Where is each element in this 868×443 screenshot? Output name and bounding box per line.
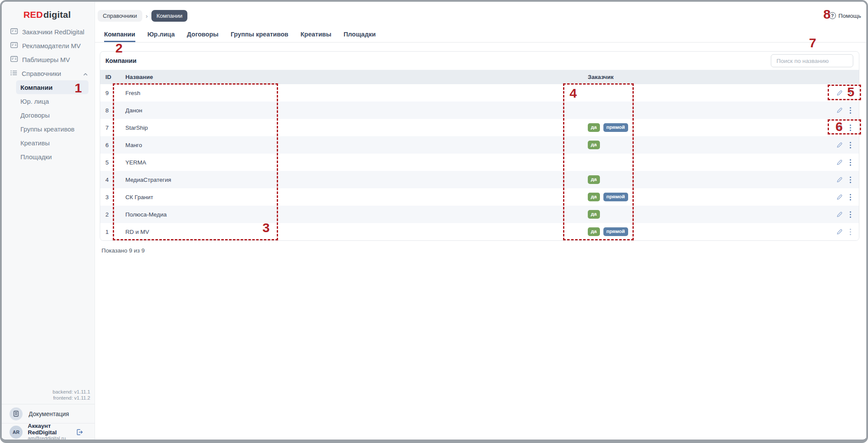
rows-shown-counter: Показано 9 из 9 xyxy=(102,247,144,254)
sidebar-item-kreativy[interactable]: Креативы xyxy=(2,136,95,150)
edit-icon[interactable] xyxy=(836,211,843,218)
row-name: МедиаСтратегия xyxy=(125,177,588,183)
help-label: Помощь xyxy=(839,13,861,19)
tab-gruppy-kreativov[interactable]: Группы креативов xyxy=(231,28,288,42)
row-name: YERMA xyxy=(125,159,588,166)
account-row[interactable]: AR Аккаунт RedDigital am@reddigital.ru xyxy=(2,423,95,440)
row-customer-badges: да xyxy=(588,141,836,149)
row-actions xyxy=(836,228,859,236)
tab-yur-lica[interactable]: Юр.лица xyxy=(147,28,175,42)
table-row: 4МедиаСтратегияда xyxy=(100,171,859,188)
tab-ploshchadki[interactable]: Площадки xyxy=(344,28,376,42)
row-menu-icon[interactable] xyxy=(849,211,852,218)
sidebar-item-label: Договоры xyxy=(20,112,49,119)
sidebar-item-kompanii[interactable]: Компании xyxy=(16,80,88,94)
edit-icon[interactable] xyxy=(836,124,843,131)
tab-label: Договоры xyxy=(187,31,219,38)
logo: REDdigital xyxy=(23,10,71,20)
row-actions xyxy=(836,89,859,97)
card-icon xyxy=(10,42,18,49)
column-header-customer: Заказчик xyxy=(588,74,859,80)
row-id: 3 xyxy=(100,194,125,200)
row-actions xyxy=(836,107,859,114)
row-menu-icon[interactable] xyxy=(849,141,852,149)
sidebar-item-label: Креативы xyxy=(20,139,49,147)
sidebar-item-zakazchiki[interactable]: Заказчики RedDigital xyxy=(2,25,95,39)
badge-direct: прямой xyxy=(603,227,628,236)
help-icon xyxy=(829,12,836,19)
tab-label: Площадки xyxy=(344,31,376,38)
table-row: 5YERMA xyxy=(100,154,859,171)
sidebar-item-reklamodateli[interactable]: Рекламодатели MV xyxy=(2,39,95,53)
sidebar-nav: Заказчики RedDigital Рекламодатели MV Па… xyxy=(2,25,95,164)
row-actions xyxy=(836,124,859,131)
sidebar-item-label: Паблишеры MV xyxy=(22,56,70,63)
account-email: am@reddigital.ru xyxy=(28,436,71,441)
sidebar-item-label: Компании xyxy=(20,84,52,91)
topbar: Справочники Компании Помощь xyxy=(98,10,861,22)
edit-icon[interactable] xyxy=(836,141,843,148)
table-row: 9Fresh xyxy=(100,84,859,102)
sidebar-item-label: Юр. лица xyxy=(20,98,49,105)
sidebar-item-gruppy-kreativov[interactable]: Группы креативов xyxy=(2,122,95,136)
sidebar-item-spravochniki[interactable]: Справочники xyxy=(2,66,95,80)
row-customer-badges: дапрямой xyxy=(588,123,836,132)
sidebar-item-label: Площадки xyxy=(20,153,52,161)
tab-label: Юр.лица xyxy=(147,31,175,38)
row-menu-icon[interactable] xyxy=(849,89,852,97)
row-name: Fresh xyxy=(125,90,588,96)
row-menu-icon[interactable] xyxy=(849,124,852,131)
card-title: Компании xyxy=(105,57,137,64)
search-input[interactable] xyxy=(771,54,853,67)
chevron-up-icon xyxy=(83,70,88,77)
card-header: Компании xyxy=(100,52,859,70)
row-actions xyxy=(836,211,859,218)
row-customer-badges: да xyxy=(588,210,836,219)
row-id: 6 xyxy=(100,142,125,148)
edit-icon[interactable] xyxy=(836,228,843,235)
sidebar-item-yur-lica[interactable]: Юр. лица xyxy=(2,94,95,108)
edit-icon[interactable] xyxy=(836,89,843,96)
tab-dogovory[interactable]: Договоры xyxy=(187,28,219,42)
sidebar-item-label: Рекламодатели MV xyxy=(22,42,81,49)
sidebar-item-label: Группы креативов xyxy=(20,125,75,133)
row-menu-icon[interactable] xyxy=(849,194,852,201)
table-header: ID Название Заказчик xyxy=(100,70,859,84)
breadcrumb-spravochniki[interactable]: Справочники xyxy=(98,10,142,22)
row-menu-icon[interactable] xyxy=(849,228,852,236)
edit-icon[interactable] xyxy=(836,107,843,114)
sidebar-item-ploshchadki[interactable]: Площадки xyxy=(2,150,95,164)
row-menu-icon[interactable] xyxy=(849,107,852,114)
row-menu-icon[interactable] xyxy=(849,159,852,166)
row-customer-badges: да xyxy=(588,175,836,184)
logout-icon[interactable] xyxy=(76,429,83,436)
table-row: 6Мангода xyxy=(100,136,859,154)
companies-card: Компании ID Название Заказчик 9Fresh8Дан… xyxy=(100,51,859,241)
documentation-label: Документация xyxy=(29,410,69,417)
avatar: AR xyxy=(10,426,23,439)
table-row: 7StarShipдапрямой xyxy=(100,119,859,136)
row-id: 1 xyxy=(100,229,125,235)
row-id: 7 xyxy=(100,125,125,131)
tab-label: Компании xyxy=(104,31,135,38)
tab-kreativy[interactable]: Креативы xyxy=(301,28,331,42)
help-button[interactable]: Помощь xyxy=(829,12,861,19)
sidebar-item-pablishery[interactable]: Паблишеры MV xyxy=(2,53,95,66)
row-id: 2 xyxy=(100,211,125,218)
badge-yes: да xyxy=(588,123,600,132)
backend-version: backend: v1.11.1 xyxy=(52,389,90,395)
sidebar-item-label: Справочники xyxy=(22,70,61,77)
documentation-link[interactable]: Документация xyxy=(2,404,95,423)
edit-icon[interactable] xyxy=(836,194,843,200)
breadcrumb-kompanii[interactable]: Компании xyxy=(151,10,188,22)
sidebar-item-dogovory[interactable]: Договоры xyxy=(2,108,95,122)
badge-yes: да xyxy=(588,193,600,201)
row-menu-icon[interactable] xyxy=(849,176,852,184)
tabbar: Компании Юр.лица Договоры Группы креатив… xyxy=(95,28,866,43)
edit-icon[interactable] xyxy=(836,176,843,183)
column-header-name: Название xyxy=(125,74,588,80)
edit-icon[interactable] xyxy=(836,159,843,166)
badge-yes: да xyxy=(588,141,600,149)
tab-kompanii[interactable]: Компании xyxy=(104,28,135,42)
row-actions xyxy=(836,176,859,184)
